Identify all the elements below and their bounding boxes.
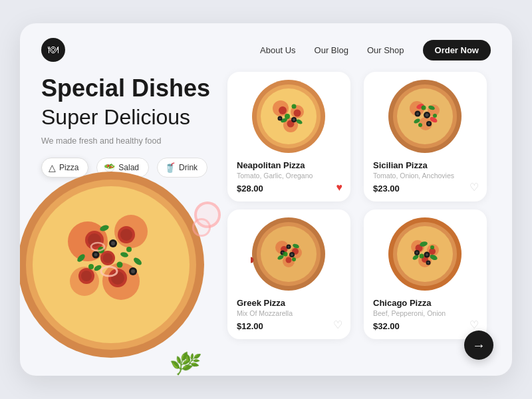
svg-point-23 — [111, 241, 115, 245]
neapolitan-like-button[interactable]: ♥ — [336, 182, 343, 194]
navigation: About Us Our Blog Our Shop Order Now — [260, 40, 491, 61]
pizza-card-greek: Greek Pizza Mix Of Mozzarella $12.00 ♡ — [227, 209, 350, 339]
svg-point-10 — [120, 229, 132, 241]
chicago-like-button[interactable]: ♡ — [469, 319, 479, 331]
svg-point-60 — [286, 257, 292, 263]
next-button[interactable]: → — [464, 331, 493, 360]
sicilian-name: Sicilian Pizza — [373, 160, 477, 170]
sicilian-ingredients: Tomato, Onion, Anchovies — [373, 172, 477, 180]
hero-description: We made fresh and healthy food — [41, 136, 214, 146]
neapolitan-ingredients: Tomato, Garlic, Oregano — [237, 172, 341, 180]
main-card: 🍽 About Us Our Blog Our Shop Order Now S… — [20, 23, 512, 376]
nav-our-blog[interactable]: Our Blog — [315, 45, 348, 55]
hero-section: Special Dishes Super Delicious We made f… — [41, 75, 214, 339]
pizza-large-svg — [20, 168, 207, 361]
svg-point-86 — [428, 122, 430, 125]
main-content: Special Dishes Super Delicious We made f… — [20, 62, 512, 339]
right-column: Sicilian Pizza Tomato, Onion, Anchovies … — [364, 72, 487, 339]
svg-point-44 — [292, 104, 297, 109]
svg-point-87 — [422, 106, 426, 110]
svg-point-103 — [426, 253, 428, 256]
chicago-pizza-img — [387, 216, 464, 293]
svg-point-107 — [428, 262, 430, 264]
middle-column: Neapolitan Pizza Tomato, Garlic, Oregano… — [227, 72, 350, 339]
svg-point-89 — [418, 123, 422, 127]
sicilian-like-button[interactable]: ♡ — [469, 181, 479, 194]
svg-point-48 — [293, 118, 295, 121]
neapolitan-name: Neapolitan Pizza — [237, 160, 341, 170]
svg-point-40 — [279, 106, 287, 114]
chicago-price: $32.00 — [373, 321, 477, 331]
logo-icon: 🍽 — [48, 44, 59, 56]
greek-pizza-img — [251, 216, 327, 293]
svg-point-88 — [433, 114, 437, 118]
svg-point-64 — [291, 253, 293, 256]
greek-like-button[interactable]: ♡ — [333, 319, 342, 331]
greek-price: $12.00 — [237, 321, 341, 331]
nav-about-us[interactable]: About Us — [260, 45, 295, 55]
svg-point-84 — [416, 112, 419, 115]
svg-point-12 — [111, 271, 124, 285]
neapolitan-pizza-img — [251, 78, 327, 155]
hero-title-light: Super Delicious — [41, 104, 214, 130]
svg-point-108 — [420, 254, 424, 259]
svg-point-14 — [81, 271, 92, 281]
svg-point-27 — [94, 253, 98, 257]
chicago-ingredients: Beef, Pepperoni, Onion — [373, 309, 477, 317]
hero-pizza-image: 🌿 🌿 — [20, 168, 214, 368]
order-now-button[interactable]: Order Now — [423, 40, 491, 61]
svg-point-105 — [416, 251, 418, 254]
onion-ring-2 — [192, 218, 211, 237]
logo[interactable]: 🍽 — [41, 38, 65, 62]
neapolitan-price: $28.00 — [237, 184, 341, 194]
svg-point-68 — [288, 246, 290, 248]
svg-point-29 — [117, 262, 123, 268]
herb-decoration-2: 🌿 — [183, 350, 202, 369]
pizza-card-chicago: Chicago Pizza Beef, Pepperoni, Onion $32… — [364, 209, 487, 339]
sicilian-pizza-img — [387, 78, 464, 155]
greek-ingredients: Mix Of Mozzarella — [237, 309, 341, 317]
svg-point-16 — [103, 253, 113, 263]
nav-our-shop[interactable]: Our Shop — [367, 45, 404, 55]
sicilian-price: $23.00 — [373, 184, 477, 194]
svg-point-8 — [88, 233, 101, 247]
svg-point-31 — [126, 247, 132, 252]
greek-name: Greek Pizza — [237, 298, 341, 308]
svg-point-70 — [292, 257, 296, 261]
hero-title-bold: Special Dishes — [41, 75, 214, 102]
header: 🍽 About Us Our Blog Our Shop Order Now — [20, 23, 512, 62]
svg-point-30 — [88, 264, 94, 269]
svg-point-69 — [283, 252, 288, 257]
pizza-card-sicilian: Sicilian Pizza Tomato, Onion, Anchovies … — [364, 72, 487, 201]
svg-point-50 — [279, 118, 281, 120]
svg-point-53 — [261, 226, 317, 282]
pizza-card-neapolitan: Neapolitan Pizza Tomato, Garlic, Oregano… — [227, 72, 350, 201]
svg-point-41 — [294, 110, 301, 117]
svg-point-2 — [33, 186, 190, 343]
chicago-name: Chicago Pizza — [373, 298, 477, 308]
svg-point-109 — [430, 245, 434, 249]
svg-point-82 — [426, 114, 429, 117]
svg-point-25 — [131, 269, 135, 273]
